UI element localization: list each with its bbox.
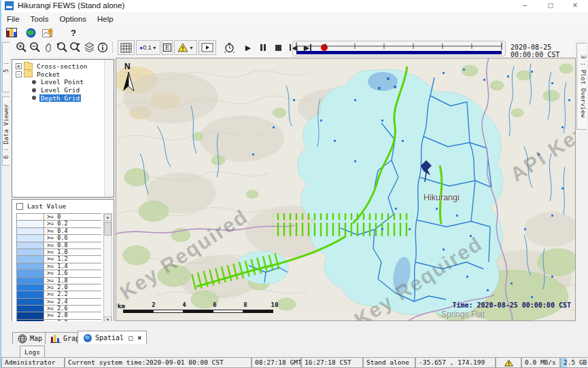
status-network-speed: 0.0 MB/s [521,357,560,368]
bar-chart-icon [50,334,60,343]
status-memory: 2.5 GB [560,357,588,368]
tree-item[interactable]: Level Grid [12,86,105,94]
time-slider[interactable] [292,41,506,56]
layer-tree-panel: + Cross-section - Pocket Level Point Lev… [12,59,114,198]
legend-color-swatch [17,284,44,291]
scrollbar-thumb[interactable] [104,222,111,236]
chevron-down-icon: ▼ [189,45,194,50]
warning-dropdown[interactable]: ▼ [174,40,197,55]
interval-value: 0.1 [143,44,152,51]
map-canvas[interactable] [116,58,576,321]
tree-item-label[interactable]: Pocket [35,71,61,78]
database-display-button[interactable] [5,26,18,39]
zoom-next-icon[interactable] [69,41,82,54]
scale-tick-label: 6 [208,301,222,308]
last-value-checkbox[interactable] [16,203,23,210]
menu-item[interactable]: Tools [25,14,54,24]
class-interval-dropdown[interactable]: ●0.1▼ [136,40,160,55]
legend-panel: Last Value >= 0 >= 0.2 >= 0.4 >= 0.6 >= … [12,199,114,327]
close-button[interactable]: × [564,0,587,12]
legend-row-label: >= 1.8 [44,278,101,284]
status-mode: Stand alone [363,357,415,368]
side-tab-plot-overview[interactable]: 3 : Plot Overview [576,43,587,130]
globe-wireframe-icon [18,334,27,344]
layers-icon[interactable] [82,41,96,54]
tree-item-label[interactable]: Depth Grid [39,94,81,102]
side-tab[interactable]: 5 : Forecast [2,42,10,92]
status-bar: Administrator Current system time:2020-0… [1,357,588,368]
scroll-up-icon[interactable]: ▲ [104,214,111,221]
stop-button[interactable] [271,41,285,54]
bullet-icon [32,96,36,100]
info-icon[interactable] [96,41,109,54]
left-tab-strip: 5 : Forecast6 : Data Viewer [1,39,10,321]
zoom-previous-icon[interactable] [55,41,69,54]
north-arrow-icon [120,71,137,92]
tab-map-label: Map [30,335,42,342]
tab-map[interactable]: Map [12,332,48,344]
tab-float-icon[interactable]: □ [128,334,133,342]
maximize-button[interactable]: □ [539,0,562,12]
application-window: Hikurangi FEWS (Stand alone) − □ × FileT… [0,0,588,368]
window-title: Hikurangi FEWS (Stand alone) [18,1,124,10]
help-button[interactable]: ? [67,26,80,39]
tab-spatial[interactable]: Spatial □ × [77,331,147,344]
folder-icon [24,71,33,77]
legend-button[interactable]: E [162,40,173,55]
animation-display-button[interactable] [198,40,216,55]
pause-button[interactable] [256,41,270,54]
globe-icon [83,333,92,343]
legend-e-label: E [163,43,172,52]
tree-scrollbar[interactable] [104,60,114,197]
legend-color-swatch [17,214,44,220]
legend-color-swatch [17,263,44,270]
legend-row-label: >= 1.0 [44,249,101,255]
legend-row-label: >= 0.4 [44,228,101,234]
legend-color-swatch [17,221,44,227]
layer-tree: + Cross-section - Pocket Level Point Lev… [12,62,105,102]
map-display-button[interactable] [24,26,37,39]
bottom-tab-bar: Map Graph Spatial □ × Logs [1,321,588,357]
menu-item[interactable]: Help [92,14,119,24]
menu-bar: FileToolsOptionsHelp [1,12,588,24]
tree-item-label[interactable]: Cross-section [35,62,88,70]
status-warning-icon[interactable] [496,357,521,368]
zoom-in-icon[interactable] [15,41,29,54]
title-bar: Hikurangi FEWS (Stand alone) − □ × [1,0,588,13]
minimize-button[interactable]: − [513,0,536,12]
menu-item[interactable]: File [1,14,25,24]
folder-icon [24,63,33,70]
legend-color-swatch [17,249,44,255]
tree-item[interactable]: Level Point [12,78,105,86]
side-tab[interactable]: 6 : Data Viewer [2,96,10,166]
play-button[interactable]: ▶ [241,41,255,54]
legend-color-swatch [17,256,44,262]
pan-hand-icon[interactable] [42,41,56,54]
timeseries-display-button[interactable] [41,26,55,39]
tree-expander-icon[interactable]: - [16,71,22,77]
legend-scrollbar[interactable]: ▲ ▼ [103,213,112,325]
town-label: Hikurangi [423,193,460,202]
tree-item[interactable]: Depth Grid [12,94,105,102]
legend-color-swatch [17,242,44,249]
animation-timer-icon[interactable] [222,41,236,54]
scale-tick-label: 10 [268,301,281,308]
map-time-label: Time: 2020-08-25 00:00:00 CST [452,301,571,309]
menu-item[interactable]: Options [54,14,92,24]
bullet-icon [32,88,36,92]
current-time-label: 2020-08-25 00:00:00 CST [511,43,574,58]
legend-color-swatch [17,235,44,241]
legend-row: >= 0.6 [17,235,101,242]
zoom-out-icon[interactable] [29,41,42,54]
grid-display-button[interactable] [118,40,135,55]
logs-button[interactable]: Logs [20,346,45,358]
tree-item-label[interactable]: Level Grid [39,86,81,94]
tree-expander-icon[interactable]: + [16,63,22,69]
tree-item[interactable]: - Pocket [12,71,105,79]
map-view[interactable]: API Key Required API Key Required API Ke… [116,58,576,321]
legend-color-swatch [17,312,44,318]
status-local-time: 16:27:18 CST [301,357,363,368]
tree-item-label[interactable]: Level Point [39,78,85,86]
tab-close-icon[interactable]: × [137,334,141,342]
legend-color-swatch [17,278,44,284]
